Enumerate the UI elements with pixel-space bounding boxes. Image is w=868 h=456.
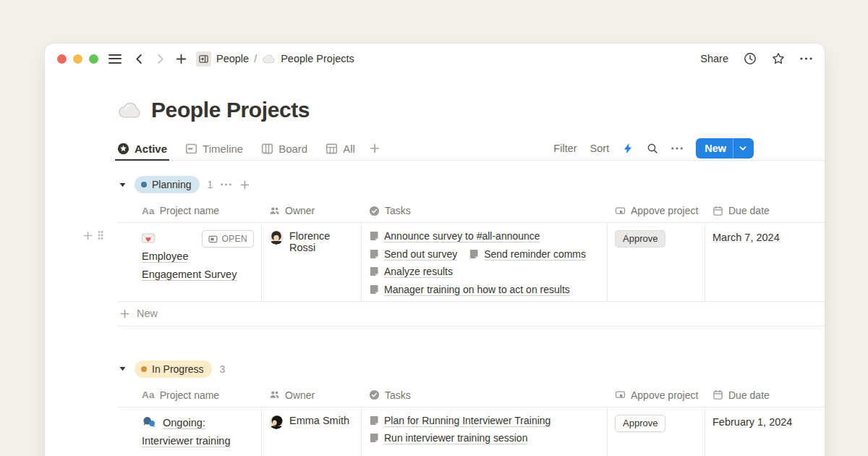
automation-bolt-icon[interactable]	[622, 143, 634, 154]
minimize-window-button[interactable]	[73, 54, 82, 64]
text-type-icon: Aa	[142, 206, 155, 216]
topbar-actions: Share	[700, 52, 812, 65]
tasks-cell: Announce survey to #all-announce Send ou…	[362, 223, 608, 301]
page-content: People Projects Active Timeline Board	[45, 98, 825, 456]
page-title: People Projects	[151, 98, 310, 122]
group-more-options-icon[interactable]	[221, 183, 231, 186]
table-header-row: Aa Project name Owner Tasks Appove proje…	[117, 199, 825, 223]
due-date-cell[interactable]: February 1, 2024	[705, 408, 825, 456]
column-label: Project name	[160, 205, 219, 216]
close-window-button[interactable]	[57, 54, 67, 64]
column-label: Tasks	[385, 205, 411, 216]
new-page-button[interactable]	[175, 53, 187, 65]
column-header-approve-project[interactable]: Appove project	[608, 199, 705, 222]
more-options-icon[interactable]	[800, 57, 812, 60]
column-label: Owner	[285, 205, 315, 216]
people-icon	[269, 206, 280, 216]
new-button-label: New	[696, 143, 733, 154]
task-link[interactable]: Run interviewer training session	[369, 432, 527, 444]
column-header-approve-project[interactable]: Appove project	[608, 384, 705, 407]
project-name-cell[interactable]: OPEN Employee Engagement Survey	[117, 223, 262, 301]
collapse-triangle-icon[interactable]	[119, 365, 127, 373]
add-view-icon[interactable]	[369, 143, 380, 154]
people-icon	[269, 389, 280, 400]
open-rect-icon	[208, 235, 218, 244]
window-topbar: People / People Projects Share	[45, 43, 825, 74]
column-header-owner[interactable]: Owner	[262, 199, 362, 222]
project-name-cell[interactable]: Ongoing: Interviewer training	[117, 408, 262, 456]
due-date-value: March 7, 2024	[712, 232, 780, 243]
group-planning-count: 1	[208, 179, 213, 190]
group-in-progress-count: 3	[220, 363, 226, 375]
column-header-tasks[interactable]: Tasks	[362, 384, 608, 407]
approve-button[interactable]: Approve	[615, 415, 665, 432]
favorite-star-icon[interactable]	[772, 52, 785, 65]
open-page-button[interactable]: OPEN	[202, 230, 254, 248]
collapse-triangle-icon[interactable]	[119, 181, 127, 189]
new-row-button[interactable]: New	[117, 302, 825, 326]
tab-active-label: Active	[135, 143, 167, 155]
view-more-options-icon[interactable]	[671, 147, 683, 150]
page-icon	[469, 248, 480, 260]
column-header-project-name[interactable]: Aa Project name	[117, 384, 262, 407]
approve-cell: Approve	[608, 408, 705, 456]
group-planning-pill[interactable]: Planning	[135, 176, 200, 193]
status-dot	[141, 182, 147, 187]
forward-button[interactable]	[154, 53, 166, 65]
updates-clock-icon[interactable]	[744, 52, 757, 65]
task-link[interactable]: Announce survey to #all-announce	[369, 230, 540, 242]
view-tabs: Active Timeline Board All	[117, 137, 380, 160]
tab-board[interactable]: Board	[261, 137, 307, 160]
approve-button[interactable]: Approve	[615, 230, 665, 248]
column-header-due-date[interactable]: Due date	[705, 199, 825, 222]
project-name-link[interactable]: Employee Engagement Survey	[142, 250, 237, 280]
text-type-icon: Aa	[142, 389, 155, 400]
filter-button[interactable]: Filter	[553, 143, 576, 154]
new-button-chevron-down-icon[interactable]	[733, 144, 754, 153]
side-peek-icon[interactable]	[196, 51, 211, 67]
search-icon[interactable]	[647, 143, 658, 154]
task-link[interactable]: Send out survey	[369, 248, 457, 260]
column-label: Appove project	[631, 389, 698, 401]
breadcrumb-parent[interactable]: People	[216, 53, 249, 64]
calendar-icon	[712, 389, 723, 400]
open-button-label: OPEN	[221, 230, 247, 248]
tab-active[interactable]: Active	[117, 137, 167, 160]
task-link[interactable]: Manager training on how to act on result…	[369, 284, 570, 295]
task-link[interactable]: Analyze results	[369, 266, 453, 277]
owner-cell[interactable]: Florence Rossi	[262, 223, 362, 301]
back-button[interactable]	[133, 53, 145, 65]
column-header-tasks[interactable]: Tasks	[362, 199, 608, 222]
history-nav	[133, 53, 187, 65]
speech-bubbles-icon	[142, 416, 156, 428]
share-button[interactable]: Share	[700, 53, 728, 64]
group-in-progress-pill[interactable]: In Progress	[135, 360, 212, 378]
owner-name: Florence Rossi	[289, 230, 354, 253]
zoom-window-button[interactable]	[89, 54, 98, 64]
menu-icon[interactable]	[109, 54, 122, 64]
add-row-icon[interactable]	[82, 230, 93, 241]
column-header-project-name[interactable]: Aa Project name	[117, 199, 262, 222]
group-add-row-icon[interactable]	[239, 180, 250, 190]
column-header-due-date[interactable]: Due date	[705, 384, 825, 407]
task-link[interactable]: Plan for Running Interviewer Training	[369, 415, 550, 426]
breadcrumb-current[interactable]: People Projects	[281, 53, 354, 64]
new-row-label: New	[137, 308, 158, 319]
new-button[interactable]: New	[696, 138, 754, 159]
page-icon	[369, 248, 380, 260]
table-header-row: Aa Project name Owner Tasks Appove proje…	[117, 384, 825, 408]
tab-all[interactable]: All	[326, 137, 355, 160]
owner-cell[interactable]: Emma Smith	[262, 408, 362, 456]
traffic-lights	[57, 54, 98, 64]
view-controls: Filter Sort New	[553, 138, 754, 159]
column-label: Tasks	[385, 389, 411, 401]
check-circle-icon	[369, 206, 380, 216]
breadcrumb: People / People Projects	[196, 51, 354, 67]
sort-button[interactable]: Sort	[590, 143, 610, 154]
due-date-cell[interactable]: March 7, 2024	[705, 223, 825, 301]
group-planning-label: Planning	[152, 179, 192, 190]
column-header-owner[interactable]: Owner	[262, 384, 362, 407]
task-link[interactable]: Send reminder comms	[469, 248, 586, 260]
tab-timeline[interactable]: Timeline	[185, 137, 243, 160]
drag-handle-icon[interactable]	[97, 229, 104, 241]
